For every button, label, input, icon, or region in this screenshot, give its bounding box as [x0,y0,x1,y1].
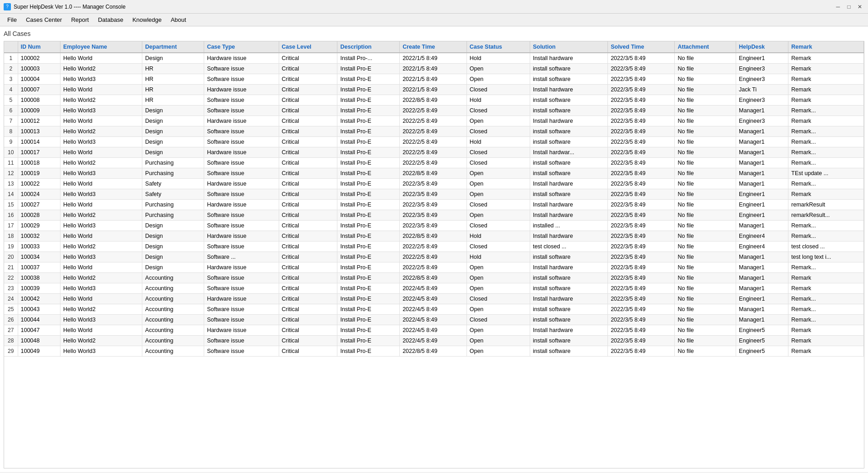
col-header-description: Description [337,41,400,53]
table-row[interactable]: 29100049Hello World3AccountingSoftware i… [4,346,864,357]
cell-remark: test long text i... [788,252,864,262]
cell-description: Install Pro-E [337,242,400,252]
table-row[interactable]: 17100029Hello World3DesignSoftware issue… [4,221,864,231]
menu-item-report[interactable]: Report [67,15,92,24]
cell-description: Install Pro-E [337,304,400,315]
cell-description: Install Pro-E [337,95,400,106]
menu-item-knowledge[interactable]: Knowledge [129,15,165,24]
cell-solution: Install hardware [530,210,607,221]
cell-create-time: 2022/8/5 8:49 [400,346,467,357]
cell-case-type: Software issue [204,137,279,147]
cell-employee-name: Hello World2 [60,304,142,315]
cell-create-time: 2022/3/5 8:49 [400,221,467,231]
table-row[interactable]: 10100017Hello WorldDesignHardware issueC… [4,147,864,158]
table-row[interactable]: 27100047Hello WorldAccountingHardware is… [4,325,864,336]
cell-helpdesk: Jack Ti [736,85,788,95]
cell-case-type: Hardware issue [204,179,279,189]
col-header-department: Department [142,41,204,53]
table-row[interactable]: 4100007Hello WorldHRHardware issueCritic… [4,85,864,95]
cell-solution: install software [530,283,607,294]
cell-description: Install Pro-E [337,106,400,116]
cases-table: ID NumEmployee NameDepartmentCase TypeCa… [4,41,864,357]
table-row[interactable]: 24100042Hello WorldAccountingHardware is… [4,294,864,304]
cell-description: Install Pro-E [337,179,400,189]
cell-create-time: 2022/2/5 8:49 [400,242,467,252]
cell-helpdesk: Manager1 [736,126,788,137]
table-row[interactable]: 15100027Hello WorldPurchasingHardware is… [4,200,864,210]
cell-create-time: 2022/4/5 8:49 [400,315,467,325]
table-row[interactable]: 7100012Hello WorldDesignHardware issueCr… [4,116,864,126]
table-row[interactable]: 13100022Hello WorldSafetyHardware issueC… [4,179,864,189]
table-row[interactable]: 28100048Hello World2AccountingSoftware i… [4,336,864,346]
table-row[interactable]: 5100008Hello World2HRSoftware issueCriti… [4,95,864,106]
table-row[interactable]: 1100002Hello WorldDesignHardware issueCr… [4,53,864,64]
cell-case-status: Open [467,189,530,200]
cell-id-num: 100018 [18,158,60,168]
menu-item-database[interactable]: Database [94,15,127,24]
table-row[interactable]: 3100004Hello World3HRSoftware issueCriti… [4,74,864,85]
cell-create-time: 2022/8/5 8:49 [400,168,467,179]
cell-department: Design [142,147,204,158]
cell-employee-name: Hello World [60,325,142,336]
cell-case-status: Open [467,116,530,126]
cell-case-type: Software issue [204,64,279,74]
menu-item-cases-center[interactable]: Cases Center [22,15,65,24]
table-row[interactable]: 23100039Hello World3AccountingSoftware i… [4,283,864,294]
table-row[interactable]: 20100034Hello World3DesignSoftware ...Cr… [4,252,864,262]
cell-attachment: No file [675,116,736,126]
cell-solution: install software [530,74,607,85]
cell-case-level: Critical [279,200,337,210]
cell-employee-name: Hello World [60,294,142,304]
cell-helpdesk: Manager1 [736,315,788,325]
maximize-button[interactable]: □ [844,2,853,11]
cell-solved-time: 2022/3/5 8:49 [608,315,675,325]
cell-department: Purchasing [142,200,204,210]
cell-solution: test closed ... [530,242,607,252]
table-row[interactable]: 16100028Hello World2PurchasingSoftware i… [4,210,864,221]
row-number: 12 [4,168,18,179]
cell-remark: Remark [788,346,864,357]
table-row[interactable]: 26100044Hello World3AccountingSoftware i… [4,315,864,325]
cell-department: Design [142,262,204,273]
table-row[interactable]: 25100043Hello World2AccountingSoftware i… [4,304,864,315]
cell-remark: Remark [788,189,864,200]
row-number: 1 [4,53,18,64]
menu-item-file[interactable]: File [4,15,20,24]
cell-solved-time: 2022/3/5 8:49 [608,294,675,304]
table-row[interactable]: 2100003Hello World2HRSoftware issueCriti… [4,64,864,74]
table-row[interactable]: 19100033Hello World2DesignSoftware issue… [4,242,864,252]
cell-department: Accounting [142,315,204,325]
cell-department: Accounting [142,346,204,357]
cell-case-level: Critical [279,273,337,283]
cell-case-status: Open [467,210,530,221]
cell-case-level: Critical [279,283,337,294]
cell-solution: install software [530,106,607,116]
menu-item-about[interactable]: About [167,15,190,24]
table-row[interactable]: 11100018Hello World2PurchasingSoftware i… [4,158,864,168]
cell-case-level: Critical [279,116,337,126]
cell-department: Safety [142,179,204,189]
table-row[interactable]: 8100013Hello World2DesignSoftware issueC… [4,126,864,137]
table-row[interactable]: 18100032Hello WorldDesignHardware issueC… [4,231,864,242]
table-container[interactable]: ID NumEmployee NameDepartmentCase TypeCa… [4,41,864,468]
cell-solved-time: 2022/3/5 8:49 [608,221,675,231]
table-row[interactable]: 9100014Hello World3DesignSoftware issueC… [4,137,864,147]
cell-case-level: Critical [279,168,337,179]
cell-case-level: Critical [279,64,337,74]
table-row[interactable]: 21100037Hello WorldDesignHardware issueC… [4,262,864,273]
table-row[interactable]: 22100038Hello World2AccountingSoftware i… [4,273,864,283]
cell-description: Install Pro-E [337,158,400,168]
close-button[interactable]: ✕ [855,2,864,11]
cell-attachment: No file [675,325,736,336]
cell-attachment: No file [675,315,736,325]
cell-case-type: Software issue [204,158,279,168]
cell-remark: Remark... [788,137,864,147]
cell-remark: Remark... [788,179,864,189]
minimize-button[interactable]: ─ [833,2,843,11]
cell-remark: Remark [788,273,864,283]
cell-employee-name: Hello World3 [60,283,142,294]
cell-case-type: Hardware issue [204,147,279,158]
table-row[interactable]: 12100019Hello World3PurchasingSoftware i… [4,168,864,179]
table-row[interactable]: 6100009Hello World3DesignSoftware issueC… [4,106,864,116]
table-row[interactable]: 14100024Hello World3SafetySoftware issue… [4,189,864,200]
